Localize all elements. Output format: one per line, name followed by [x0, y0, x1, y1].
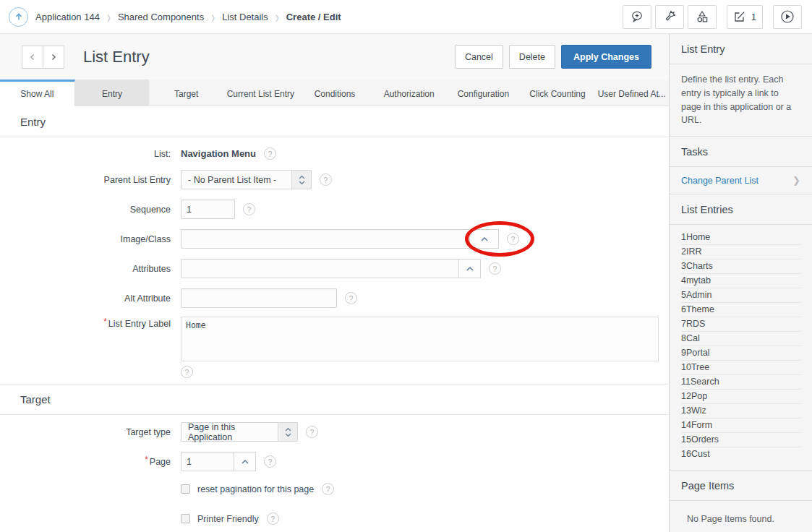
previous-entry-button[interactable] — [22, 46, 43, 69]
target-section-header: Target — [0, 384, 669, 415]
tab-click-counting[interactable]: Click Counting — [521, 80, 595, 106]
list-entry-item[interactable]: 2IRR — [681, 245, 800, 259]
help-icon[interactable]: ? — [267, 512, 279, 525]
alt-attribute-input[interactable] — [181, 288, 337, 308]
shared-components-button[interactable] — [688, 5, 717, 29]
feedback-button[interactable] — [623, 5, 651, 29]
change-parent-list-link[interactable]: Change Parent List ❯ — [670, 167, 812, 194]
tab-entry[interactable]: Entry — [75, 80, 150, 106]
page-row: *Page ? — [0, 452, 669, 471]
help-icon[interactable]: ? — [264, 147, 276, 160]
sequence-label: Sequence — [0, 205, 181, 215]
page-input[interactable] — [181, 452, 234, 471]
alt-attribute-row: Alt Attribute ? — [0, 288, 669, 308]
list-entry-item[interactable]: 10Tree — [681, 361, 800, 375]
help-icon[interactable]: ? — [322, 483, 334, 495]
help-icon[interactable]: ? — [181, 366, 193, 378]
list-entry-label-help-row: ? — [0, 366, 669, 378]
edit-page-number: 1 — [751, 12, 756, 22]
list-entry-item[interactable]: 16Cust — [681, 447, 800, 461]
right-sidebar: List Entry Define the list entry. Each e… — [669, 34, 812, 532]
comment-plus-icon — [630, 9, 644, 24]
sequence-input[interactable] — [181, 200, 235, 219]
reset-pagination-row: reset pagination for this page ? — [0, 483, 669, 495]
help-icon[interactable]: ? — [264, 455, 276, 468]
header-toolbar: 1 — [619, 5, 802, 29]
attributes-popup-button[interactable] — [458, 259, 481, 278]
tab-current-list-entry[interactable]: Current List Entry — [223, 80, 298, 106]
shapes-icon — [695, 9, 709, 24]
main-content: List Entry Cancel Delete Apply Changes S… — [0, 34, 669, 532]
sequence-row: Sequence ? — [0, 200, 669, 219]
help-icon[interactable]: ? — [243, 203, 255, 215]
top-header: Application 144 › Shared Components › Li… — [0, 0, 812, 34]
list-entry-item[interactable]: 14Form — [681, 419, 800, 433]
help-icon[interactable]: ? — [507, 233, 519, 245]
required-asterisk: * — [103, 317, 107, 327]
parent-list-entry-select[interactable]: - No Parent List Item - — [181, 170, 312, 189]
list-entry-item[interactable]: 1Home — [681, 231, 800, 245]
printer-friendly-checkbox[interactable] — [181, 514, 190, 523]
list-entries-list: 1Home 2IRR 3Charts 4mytab 5Admin 6Theme … — [670, 225, 812, 471]
tab-conditions[interactable]: Conditions — [298, 80, 372, 106]
help-icon[interactable]: ? — [489, 262, 501, 275]
image-class-label: Image/Class — [0, 234, 181, 244]
apply-changes-button[interactable]: Apply Changes — [561, 45, 651, 69]
reset-pagination-checkbox[interactable] — [181, 484, 190, 494]
list-entry-item[interactable]: 8Cal — [681, 332, 800, 346]
up-arrow-icon[interactable] — [9, 7, 28, 27]
target-type-row: Target type Page in this Application ? — [0, 422, 669, 442]
breadcrumb-list-details[interactable]: List Details — [222, 12, 268, 22]
attributes-label: Attributes — [0, 264, 181, 274]
breadcrumb-separator-icon: › — [275, 7, 279, 26]
target-type-label: Target type — [0, 427, 181, 437]
list-entry-item[interactable]: 9Portal — [681, 346, 800, 361]
list-label: List: — [0, 149, 181, 159]
delete-button[interactable]: Delete — [509, 45, 555, 69]
list-entry-item[interactable]: 3Charts — [681, 259, 800, 274]
tab-show-all[interactable]: Show All — [0, 80, 75, 106]
help-icon[interactable]: ? — [345, 292, 357, 304]
target-type-select[interactable]: Page in this Application — [181, 422, 298, 442]
page-popup-button[interactable] — [234, 452, 256, 471]
cancel-button[interactable]: Cancel — [455, 45, 503, 69]
attributes-input[interactable] — [181, 259, 459, 278]
help-icon[interactable]: ? — [320, 173, 332, 186]
tab-user-defined[interactable]: User Defined At... — [594, 80, 669, 106]
sidebar-list-entry-description: Define the list entry. Each entry is typ… — [670, 64, 812, 137]
list-entry-label-textarea[interactable]: Home — [181, 317, 659, 361]
tab-configuration[interactable]: Configuration — [446, 80, 521, 106]
list-entry-item[interactable]: 12Pop — [681, 390, 800, 404]
select-stepper-icon — [291, 171, 311, 189]
breadcrumb: Application 144 › Shared Components › Li… — [9, 7, 341, 27]
spotlight-search-button[interactable] — [655, 5, 684, 29]
list-entry-item[interactable]: 11Search — [681, 375, 800, 390]
list-entry-item[interactable]: 15Orders — [681, 433, 800, 447]
record-pager — [22, 46, 64, 69]
image-class-input[interactable] — [181, 229, 470, 249]
list-entry-item[interactable]: 7RDS — [681, 317, 800, 332]
breadcrumb-shared-components[interactable]: Shared Components — [118, 12, 204, 22]
next-entry-button[interactable] — [43, 46, 64, 69]
chevron-right-icon: ❯ — [792, 175, 800, 186]
tab-authorization[interactable]: Authorization — [372, 80, 446, 106]
image-class-popup-button[interactable] — [469, 229, 499, 249]
reset-pagination-label: reset pagination for this page — [197, 484, 314, 494]
list-entry-item[interactable]: 4mytab — [681, 274, 800, 288]
list-entry-label-label: *List Entry Label — [0, 317, 181, 329]
breadcrumb-current: Create / Edit — [286, 12, 341, 22]
help-icon[interactable]: ? — [306, 426, 318, 438]
edit-page-button[interactable]: 1 — [727, 5, 763, 29]
list-entry-item[interactable]: 6Theme — [681, 303, 800, 317]
breadcrumb-application[interactable]: Application 144 — [35, 12, 100, 22]
sidebar-tasks-title: Tasks — [670, 137, 812, 167]
parent-list-entry-value: - No Parent List Item - — [181, 175, 291, 185]
parent-list-entry-label: Parent List Entry — [0, 175, 181, 185]
play-icon — [780, 9, 795, 24]
list-entry-item[interactable]: 5Admin — [681, 288, 800, 303]
sidebar-list-entries-title: List Entries — [670, 194, 812, 225]
list-entry-item[interactable]: 13Wiz — [681, 404, 800, 419]
list-value: Navigation Menu — [181, 148, 256, 159]
run-application-button[interactable] — [773, 5, 802, 29]
tab-target[interactable]: Target — [149, 80, 223, 106]
